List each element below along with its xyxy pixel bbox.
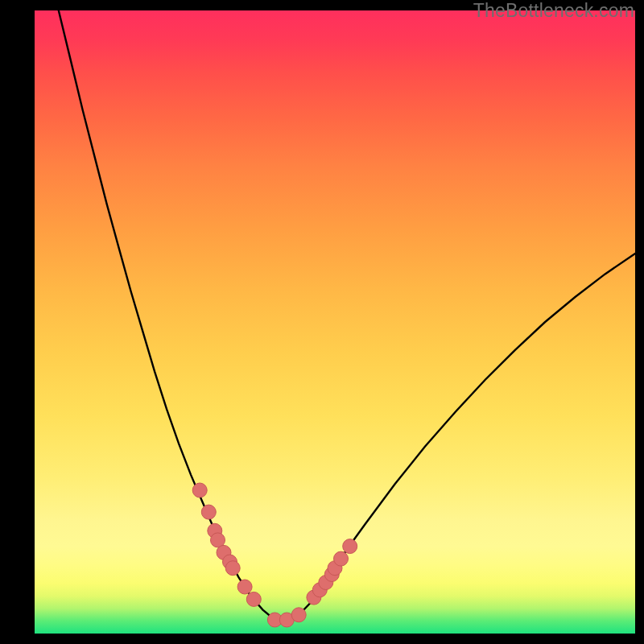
chart-frame: TheBottleneck.com <box>0 0 644 644</box>
marker-layer <box>192 483 357 627</box>
curve-marker <box>343 539 357 554</box>
curve-marker <box>334 551 349 566</box>
curve-marker <box>246 592 261 606</box>
watermark-text: TheBottleneck.com <box>473 0 634 22</box>
bottleneck-curve <box>59 10 635 620</box>
curve-marker <box>291 608 306 622</box>
curve-layer <box>59 10 635 620</box>
curve-marker <box>192 483 207 497</box>
curve-marker <box>225 561 240 576</box>
curve-marker <box>237 580 252 594</box>
curve-marker <box>201 505 216 519</box>
chart-svg <box>35 10 635 634</box>
